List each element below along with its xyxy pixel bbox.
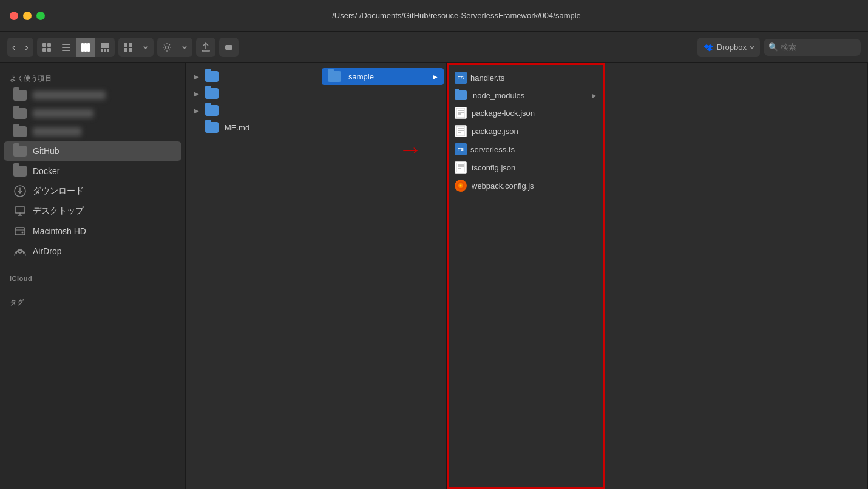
dropbox-chevron-icon (749, 44, 755, 50)
blur-text-2 (33, 109, 93, 118)
file-item-3[interactable]: ▶ (186, 102, 319, 119)
column-remaining (605, 63, 868, 489)
gear-chevron-button[interactable] (177, 38, 192, 57)
sidebar-blur-item-3 (4, 123, 181, 140)
file-item-memd[interactable]: ▶ ME.md (186, 119, 319, 136)
node-modules-chevron-icon: ▶ (592, 92, 597, 99)
sidebar-item-docker[interactable]: Docker (4, 161, 181, 181)
sidebar-download-label: ダウンロード (33, 186, 84, 197)
sidebar-item-github[interactable]: GitHub (4, 141, 181, 161)
webpack-config-label: webpack.config.js (472, 181, 534, 191)
file-item-handler-ts[interactable]: TS handler.ts (449, 69, 603, 87)
sidebar-item-desktop[interactable]: デスクトップ (4, 201, 181, 221)
sample-folder-item[interactable]: sample ▶ (322, 68, 444, 85)
json-file-icon-package (455, 125, 467, 137)
svg-point-24 (22, 232, 24, 234)
svg-rect-13 (107, 49, 109, 52)
svg-rect-10 (101, 43, 109, 48)
group-button[interactable] (118, 38, 138, 57)
ts-file-icon-handler: TS (455, 72, 467, 84)
file-item-node-modules[interactable]: node_modules ▶ (449, 87, 603, 104)
json-file-icon-tsconfig (455, 161, 467, 174)
gear-button[interactable] (157, 38, 177, 57)
svg-rect-6 (62, 50, 70, 51)
svg-rect-34 (456, 163, 465, 172)
svg-rect-4 (62, 44, 70, 45)
svg-rect-17 (129, 48, 132, 52)
webpack-file-icon (455, 180, 467, 192)
json-file-icon-package-lock (455, 107, 467, 119)
svg-rect-0 (42, 43, 46, 47)
svg-rect-12 (104, 49, 106, 52)
file-item-webpack-config[interactable]: webpack.config.js (449, 177, 603, 195)
node-modules-folder-icon (455, 90, 467, 100)
svg-rect-2 (42, 48, 46, 52)
svg-rect-5 (62, 47, 70, 48)
search-wrapper: 🔍 (764, 39, 861, 56)
file-item-1[interactable]: ▶ (186, 68, 319, 85)
back-button[interactable]: ‹ (7, 38, 20, 57)
group-chevron-button[interactable] (138, 38, 154, 57)
icon-view-button[interactable] (37, 38, 56, 57)
file-item-serverless-ts[interactable]: TS serverless.ts (449, 140, 603, 158)
traffic-lights (10, 12, 45, 20)
folder-icon-1 (205, 71, 219, 82)
list-view-button[interactable] (56, 38, 76, 57)
column-1: ▶ ▶ ▶ ▶ ME.md (186, 63, 319, 489)
handler-ts-label: handler.ts (470, 73, 504, 83)
svg-rect-14 (124, 43, 127, 47)
blur-folder-icon-3 (13, 126, 27, 137)
sidebar-item-download[interactable]: ダウンロード (4, 181, 181, 201)
title-bar: /Users/ /Documents/GitHub/resouce-Server… (0, 0, 868, 32)
sample-chevron-icon: ▶ (433, 73, 438, 80)
maximize-button[interactable] (36, 12, 45, 20)
download-icon (13, 184, 27, 198)
svg-rect-8 (84, 43, 87, 52)
search-input[interactable] (764, 39, 861, 56)
sidebar-desktop-label: デスクトップ (33, 206, 84, 217)
svg-rect-15 (129, 43, 132, 47)
favorites-section-label: よく使う項目 (0, 70, 185, 86)
minimize-button[interactable] (23, 12, 32, 20)
svg-rect-30 (456, 126, 465, 136)
sidebar-item-macintosh[interactable]: Macintosh HD (4, 221, 181, 241)
file-list-column: TS handler.ts node_modules ▶ (447, 63, 605, 489)
svg-point-40 (460, 185, 462, 187)
ts-file-icon-serverless: TS (455, 143, 467, 155)
tag-button[interactable] (219, 38, 239, 57)
file-item-package-lock[interactable]: package-lock.json (449, 104, 603, 122)
sample-folder-icon (328, 71, 341, 82)
sample-folder-label: sample (348, 72, 374, 81)
file-item-tsconfig-json[interactable]: tsconfig.json (449, 158, 603, 177)
column-2: sample ▶ (319, 63, 447, 489)
sidebar: よく使う項目 GitHub Docker (0, 63, 186, 489)
sidebar-blur-item-1 (4, 87, 181, 104)
gallery-view-button[interactable] (95, 38, 115, 57)
svg-rect-1 (47, 43, 51, 47)
gear-button-group (157, 38, 192, 57)
main-area: よく使う項目 GitHub Docker (0, 63, 868, 489)
window-title: /Users/ /Documents/GitHub/resouce-Server… (55, 11, 858, 20)
sidebar-item-airdrop[interactable]: AirDrop (4, 241, 181, 261)
column-view-button[interactable] (76, 38, 95, 57)
github-folder-icon (13, 144, 27, 158)
sidebar-airdrop-label: AirDrop (33, 246, 61, 256)
view-buttons (37, 38, 115, 57)
sidebar-blur-item-2 (4, 105, 181, 122)
forward-button[interactable]: › (20, 38, 33, 57)
file-memd-label: ME.md (225, 123, 249, 132)
share-button[interactable] (196, 38, 215, 57)
file-browser: ▶ ▶ ▶ ▶ ME.md sample ▶ (186, 63, 868, 489)
sidebar-docker-label: Docker (33, 166, 59, 176)
svg-rect-21 (15, 207, 25, 213)
tags-section-label: タグ (0, 294, 185, 309)
folder-icon-3 (205, 105, 219, 116)
close-button[interactable] (10, 12, 18, 20)
node-modules-label: node_modules (473, 91, 524, 100)
icloud-section-label: iCloud (0, 271, 185, 285)
file-item-2[interactable]: ▶ (186, 85, 319, 102)
drive-icon (13, 224, 27, 238)
dropbox-button[interactable]: Dropbox (697, 38, 760, 57)
file-item-package-json[interactable]: package.json (449, 122, 603, 140)
folder-icon-selected (205, 122, 219, 133)
